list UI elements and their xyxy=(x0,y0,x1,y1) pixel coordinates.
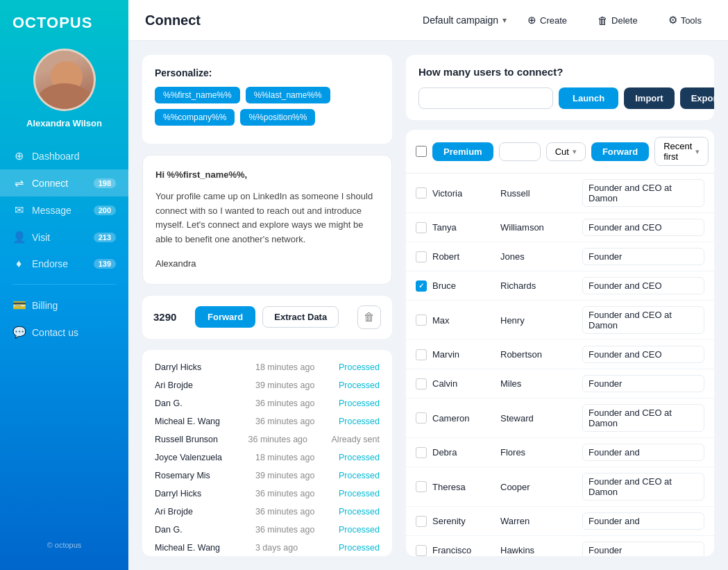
premium-filter-button[interactable]: Premium xyxy=(432,142,493,161)
export-button[interactable]: Export xyxy=(680,87,714,109)
cut-dropdown[interactable]: Cut ▾ xyxy=(546,142,586,161)
avatar xyxy=(33,49,96,111)
row-checkbox[interactable] xyxy=(416,545,427,556)
cell-title[interactable]: Founder and xyxy=(582,444,704,461)
activity-time: 18 minutes ago xyxy=(255,362,332,372)
extract-data-button[interactable]: Extract Data xyxy=(262,306,339,328)
sidebar-item-visit[interactable]: 👤 Visit 213 xyxy=(0,224,128,251)
tools-button[interactable]: ⚙ Tools xyxy=(659,10,711,31)
tag-company[interactable]: %%company%% xyxy=(155,109,235,126)
cell-title[interactable]: Founder and CEO at Damon xyxy=(582,404,704,432)
row-checkbox[interactable] xyxy=(416,222,427,233)
recent-dropdown[interactable]: Recent first ▾ xyxy=(654,137,709,166)
cell-first-name: Serenity xyxy=(432,516,495,526)
activity-time: 3 days ago xyxy=(255,543,332,553)
activity-status: Processed xyxy=(339,507,380,517)
cell-last-name: Flores xyxy=(500,447,577,458)
activity-status: Processed xyxy=(339,399,380,408)
chevron-down-icon: ▾ xyxy=(695,147,700,156)
users-table: Victoria Russell Founder and CEO at Damo… xyxy=(406,174,714,556)
tag-position[interactable]: %%position%% xyxy=(240,109,315,126)
activity-status: Processed xyxy=(339,471,380,480)
delete-button[interactable]: 🗑 Delete xyxy=(588,10,647,31)
activity-name: Micheal E. Wang xyxy=(155,417,248,426)
table-row: Victoria Russell Founder and CEO at Damo… xyxy=(406,174,714,213)
activity-time: 39 minutes ago xyxy=(255,380,332,390)
table-row: Serenity Warren Founder and xyxy=(406,507,714,536)
cell-title[interactable]: Founder and CEO at Damon xyxy=(582,179,704,207)
cell-first-name: Max xyxy=(432,315,495,326)
row-checkbox[interactable] xyxy=(416,516,427,527)
import-button[interactable]: Import xyxy=(624,87,674,109)
sidebar-item-dashboard[interactable]: ⊕ Dashboard xyxy=(0,142,128,169)
cell-last-name: Steward xyxy=(500,413,577,424)
row-checkbox[interactable] xyxy=(416,481,427,492)
count-display: 3290 xyxy=(153,311,188,323)
cell-title[interactable]: Founder and CEO at Damon xyxy=(582,473,704,501)
activity-status: Processed xyxy=(339,380,380,390)
message-box[interactable]: Hi %%first_name%%, Your profile came up … xyxy=(142,155,392,285)
forward-button[interactable]: Forward xyxy=(195,306,255,328)
user-count-input[interactable] xyxy=(418,87,553,109)
table-row: Bruce Richards Founder and CEO xyxy=(406,271,714,301)
visit-badge: 213 xyxy=(94,233,116,242)
activity-item: Dan G. 36 minutes ago Processed xyxy=(142,394,392,412)
users-title: How many users to connect? xyxy=(418,66,702,78)
sidebar-item-connect[interactable]: ⇌ Connect 198 xyxy=(0,169,128,196)
create-button[interactable]: ⊕ Create xyxy=(518,10,577,31)
cell-title[interactable]: Founder xyxy=(582,542,704,556)
forward-filter-button[interactable]: Forward xyxy=(591,142,649,161)
row-checkbox[interactable] xyxy=(416,349,427,360)
activity-name: Ari Brojde xyxy=(155,380,248,390)
activity-status: Processed xyxy=(339,453,380,462)
cell-title[interactable]: Founder xyxy=(582,248,704,265)
cell-title[interactable]: Founder and CEO at Damon xyxy=(582,306,704,334)
sidebar-item-label: Contact us xyxy=(32,327,78,338)
cell-last-name: Richards xyxy=(500,280,577,291)
cell-first-name: Marvin xyxy=(432,349,495,360)
activity-time: 36 minutes ago xyxy=(255,399,332,408)
launch-button[interactable]: Launch xyxy=(559,87,618,109)
activity-item: Ari Brojde 36 minutes ago Processed xyxy=(142,503,392,521)
endorse-icon: ♦ xyxy=(12,258,25,270)
cell-title[interactable]: Founder and xyxy=(582,512,704,530)
sidebar-item-label: Dashboard xyxy=(32,151,80,162)
row-checkbox[interactable] xyxy=(416,280,427,292)
cell-title[interactable]: Founder and CEO xyxy=(582,346,704,363)
tag-first-name[interactable]: %%first_name%% xyxy=(155,87,240,103)
row-checkbox[interactable] xyxy=(416,315,427,326)
tag-last-name[interactable]: %%last_name%% xyxy=(246,87,330,103)
connect-badge: 198 xyxy=(94,178,116,188)
activity-status: Processed xyxy=(339,489,380,498)
table-row: Robert Jones Founder xyxy=(406,242,714,271)
body-area: Personalize: %%first_name%% %%last_name%… xyxy=(128,41,728,570)
sidebar-item-billing[interactable]: 💳 Billing xyxy=(0,292,128,319)
message-greeting: Hi %%first_name%%, xyxy=(155,168,379,183)
row-checkbox[interactable] xyxy=(416,378,427,389)
sidebar-item-endorse[interactable]: ♦ Endorse 139 xyxy=(0,251,128,277)
activity-time: 18 minutes ago xyxy=(255,453,332,462)
sidebar-item-message[interactable]: ✉ Message 200 xyxy=(0,196,128,224)
campaign-dropdown[interactable]: Default campaign ▾ xyxy=(423,15,507,26)
delete-action-button[interactable]: 🗑 xyxy=(357,305,381,329)
activity-item: Joyce Valenzuela 18 minutes ago Processe… xyxy=(142,449,392,467)
users-controls: Launch Import Export xyxy=(418,87,702,109)
row-checkbox[interactable] xyxy=(416,447,427,458)
sidebar-item-contact[interactable]: 💬 Contact us xyxy=(0,319,128,346)
row-checkbox[interactable] xyxy=(416,251,427,262)
cell-title[interactable]: Founder and CEO xyxy=(582,219,704,236)
filter-text-input[interactable] xyxy=(499,142,541,161)
activity-item: Micheal E. Wang 36 minutes ago Processed xyxy=(142,412,392,430)
row-checkbox[interactable] xyxy=(416,412,427,424)
cell-title[interactable]: Founder and CEO xyxy=(582,277,704,294)
activity-name: Dan G. xyxy=(155,399,248,408)
tag-row-1: %%first_name%% %%last_name%% xyxy=(155,87,380,103)
message-icon: ✉ xyxy=(12,203,25,217)
activity-item: Russell Brunson 36 minutes ago Already s… xyxy=(142,430,392,449)
row-checkbox[interactable] xyxy=(416,187,427,199)
endorse-badge: 139 xyxy=(94,259,116,269)
campaign-label: Default campaign xyxy=(423,15,498,26)
cell-title[interactable]: Founder xyxy=(582,375,704,392)
select-all-checkbox[interactable] xyxy=(416,146,427,157)
sidebar-item-label: Message xyxy=(32,205,71,216)
